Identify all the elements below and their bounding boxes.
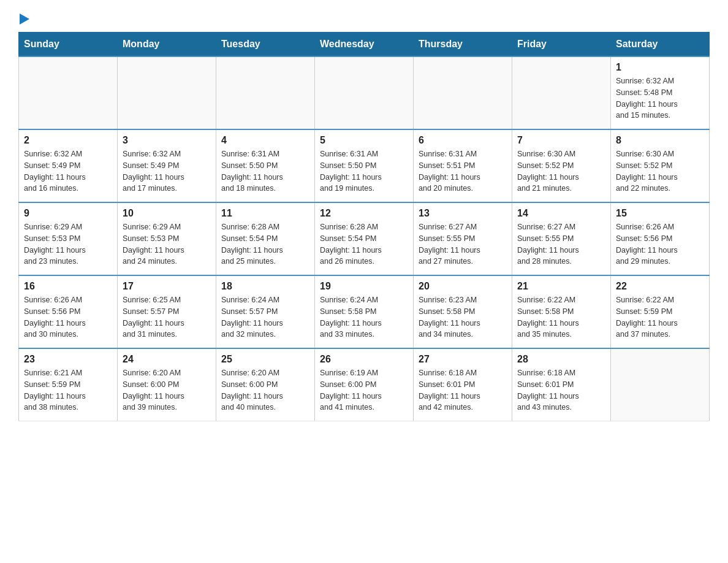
- day-info: Sunrise: 6:30 AM Sunset: 5:52 PM Dayligh…: [517, 148, 605, 194]
- day-cell: 5Sunrise: 6:31 AM Sunset: 5:50 PM Daylig…: [315, 129, 414, 202]
- day-number: 2: [24, 135, 112, 146]
- day-info: Sunrise: 6:31 AM Sunset: 5:50 PM Dayligh…: [221, 148, 309, 194]
- day-number: 19: [320, 281, 408, 292]
- day-info: Sunrise: 6:27 AM Sunset: 5:55 PM Dayligh…: [419, 221, 507, 267]
- day-info: Sunrise: 6:29 AM Sunset: 5:53 PM Dayligh…: [24, 221, 112, 267]
- week-row-3: 16Sunrise: 6:26 AM Sunset: 5:56 PM Dayli…: [19, 275, 710, 348]
- day-number: 16: [24, 281, 112, 292]
- day-cell: 22Sunrise: 6:22 AM Sunset: 5:59 PM Dayli…: [611, 275, 710, 348]
- day-info: Sunrise: 6:18 AM Sunset: 6:01 PM Dayligh…: [517, 367, 605, 413]
- day-cell: 11Sunrise: 6:28 AM Sunset: 5:54 PM Dayli…: [216, 202, 315, 275]
- day-number: 8: [616, 135, 704, 146]
- day-number: 13: [419, 208, 507, 219]
- day-cell: 1Sunrise: 6:32 AM Sunset: 5:48 PM Daylig…: [611, 56, 710, 129]
- day-cell: 16Sunrise: 6:26 AM Sunset: 5:56 PM Dayli…: [19, 275, 118, 348]
- header-cell-thursday: Thursday: [414, 33, 512, 57]
- day-info: Sunrise: 6:28 AM Sunset: 5:54 PM Dayligh…: [320, 221, 408, 267]
- day-cell: 15Sunrise: 6:26 AM Sunset: 5:56 PM Dayli…: [611, 202, 710, 275]
- week-row-1: 2Sunrise: 6:32 AM Sunset: 5:49 PM Daylig…: [19, 129, 710, 202]
- day-number: 22: [616, 281, 704, 292]
- day-number: 18: [221, 281, 309, 292]
- header-cell-wednesday: Wednesday: [315, 33, 414, 57]
- day-cell: 8Sunrise: 6:30 AM Sunset: 5:52 PM Daylig…: [611, 129, 710, 202]
- page-header: [18, 12, 710, 26]
- header-cell-sunday: Sunday: [19, 33, 118, 57]
- day-number: 11: [221, 208, 309, 219]
- day-number: 25: [221, 354, 309, 365]
- week-row-4: 23Sunrise: 6:21 AM Sunset: 5:59 PM Dayli…: [19, 348, 710, 421]
- day-number: 17: [123, 281, 211, 292]
- day-number: 21: [517, 281, 605, 292]
- day-info: Sunrise: 6:21 AM Sunset: 5:59 PM Dayligh…: [24, 367, 112, 413]
- day-info: Sunrise: 6:31 AM Sunset: 5:51 PM Dayligh…: [419, 148, 507, 194]
- day-info: Sunrise: 6:26 AM Sunset: 5:56 PM Dayligh…: [24, 294, 112, 340]
- day-cell: 25Sunrise: 6:20 AM Sunset: 6:00 PM Dayli…: [216, 348, 315, 421]
- header-cell-tuesday: Tuesday: [216, 33, 315, 57]
- day-cell: 26Sunrise: 6:19 AM Sunset: 6:00 PM Dayli…: [315, 348, 414, 421]
- day-info: Sunrise: 6:32 AM Sunset: 5:49 PM Dayligh…: [24, 148, 112, 194]
- day-cell: [315, 56, 414, 129]
- day-number: 26: [320, 354, 408, 365]
- day-cell: 28Sunrise: 6:18 AM Sunset: 6:01 PM Dayli…: [512, 348, 611, 421]
- header-cell-saturday: Saturday: [611, 33, 710, 57]
- header-cell-friday: Friday: [512, 33, 611, 57]
- header-cell-monday: Monday: [118, 33, 216, 57]
- header-row: SundayMondayTuesdayWednesdayThursdayFrid…: [19, 33, 710, 57]
- day-info: Sunrise: 6:20 AM Sunset: 6:00 PM Dayligh…: [221, 367, 309, 413]
- day-info: Sunrise: 6:22 AM Sunset: 5:58 PM Dayligh…: [517, 294, 605, 340]
- day-info: Sunrise: 6:28 AM Sunset: 5:54 PM Dayligh…: [221, 221, 309, 267]
- day-number: 14: [517, 208, 605, 219]
- calendar-body: 1Sunrise: 6:32 AM Sunset: 5:48 PM Daylig…: [19, 56, 710, 421]
- day-cell: 17Sunrise: 6:25 AM Sunset: 5:57 PM Dayli…: [118, 275, 216, 348]
- day-info: Sunrise: 6:29 AM Sunset: 5:53 PM Dayligh…: [123, 221, 211, 267]
- day-cell: [414, 56, 512, 129]
- day-number: 6: [419, 135, 507, 146]
- day-info: Sunrise: 6:32 AM Sunset: 5:49 PM Dayligh…: [123, 148, 211, 194]
- day-cell: 7Sunrise: 6:30 AM Sunset: 5:52 PM Daylig…: [512, 129, 611, 202]
- day-cell: 4Sunrise: 6:31 AM Sunset: 5:50 PM Daylig…: [216, 129, 315, 202]
- day-number: 27: [419, 354, 507, 365]
- day-number: 5: [320, 135, 408, 146]
- day-cell: 2Sunrise: 6:32 AM Sunset: 5:49 PM Daylig…: [19, 129, 118, 202]
- day-info: Sunrise: 6:32 AM Sunset: 5:48 PM Dayligh…: [616, 75, 704, 121]
- day-cell: 9Sunrise: 6:29 AM Sunset: 5:53 PM Daylig…: [19, 202, 118, 275]
- day-number: 23: [24, 354, 112, 365]
- week-row-2: 9Sunrise: 6:29 AM Sunset: 5:53 PM Daylig…: [19, 202, 710, 275]
- day-cell: 3Sunrise: 6:32 AM Sunset: 5:49 PM Daylig…: [118, 129, 216, 202]
- day-cell: 12Sunrise: 6:28 AM Sunset: 5:54 PM Dayli…: [315, 202, 414, 275]
- day-number: 28: [517, 354, 605, 365]
- day-number: 15: [616, 208, 704, 219]
- day-cell: 24Sunrise: 6:20 AM Sunset: 6:00 PM Dayli…: [118, 348, 216, 421]
- day-info: Sunrise: 6:31 AM Sunset: 5:50 PM Dayligh…: [320, 148, 408, 194]
- day-cell: 10Sunrise: 6:29 AM Sunset: 5:53 PM Dayli…: [118, 202, 216, 275]
- day-info: Sunrise: 6:23 AM Sunset: 5:58 PM Dayligh…: [419, 294, 507, 340]
- day-info: Sunrise: 6:18 AM Sunset: 6:01 PM Dayligh…: [419, 367, 507, 413]
- day-number: 12: [320, 208, 408, 219]
- calendar-header: SundayMondayTuesdayWednesdayThursdayFrid…: [19, 33, 710, 57]
- day-cell: [118, 56, 216, 129]
- logo-arrow-icon: [20, 12, 31, 26]
- calendar-table: SundayMondayTuesdayWednesdayThursdayFrid…: [18, 32, 710, 421]
- day-cell: 21Sunrise: 6:22 AM Sunset: 5:58 PM Dayli…: [512, 275, 611, 348]
- day-info: Sunrise: 6:22 AM Sunset: 5:59 PM Dayligh…: [616, 294, 704, 340]
- day-cell: [216, 56, 315, 129]
- day-number: 24: [123, 354, 211, 365]
- day-number: 7: [517, 135, 605, 146]
- day-number: 9: [24, 208, 112, 219]
- day-cell: [512, 56, 611, 129]
- logo: [18, 12, 31, 26]
- day-number: 3: [123, 135, 211, 146]
- day-number: 4: [221, 135, 309, 146]
- svg-marker-0: [20, 13, 29, 25]
- day-info: Sunrise: 6:26 AM Sunset: 5:56 PM Dayligh…: [616, 221, 704, 267]
- day-info: Sunrise: 6:19 AM Sunset: 6:00 PM Dayligh…: [320, 367, 408, 413]
- day-cell: [19, 56, 118, 129]
- day-cell: 19Sunrise: 6:24 AM Sunset: 5:58 PM Dayli…: [315, 275, 414, 348]
- day-info: Sunrise: 6:24 AM Sunset: 5:58 PM Dayligh…: [320, 294, 408, 340]
- week-row-0: 1Sunrise: 6:32 AM Sunset: 5:48 PM Daylig…: [19, 56, 710, 129]
- day-cell: 20Sunrise: 6:23 AM Sunset: 5:58 PM Dayli…: [414, 275, 512, 348]
- day-info: Sunrise: 6:25 AM Sunset: 5:57 PM Dayligh…: [123, 294, 211, 340]
- day-cell: 13Sunrise: 6:27 AM Sunset: 5:55 PM Dayli…: [414, 202, 512, 275]
- day-cell: 18Sunrise: 6:24 AM Sunset: 5:57 PM Dayli…: [216, 275, 315, 348]
- day-cell: 14Sunrise: 6:27 AM Sunset: 5:55 PM Dayli…: [512, 202, 611, 275]
